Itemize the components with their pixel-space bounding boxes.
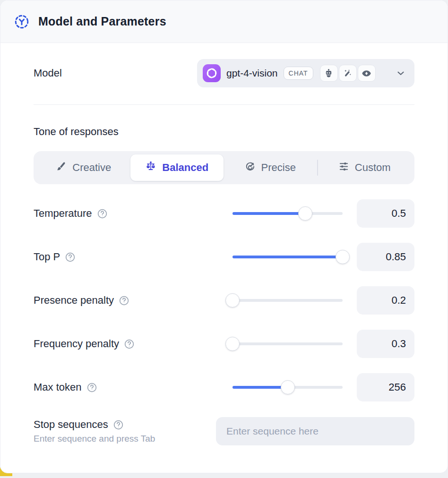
slider-thumb[interactable] <box>225 337 240 351</box>
sliders-icon <box>338 161 349 175</box>
slider-thumb[interactable] <box>298 206 312 221</box>
frequency-penalty-slider[interactable] <box>233 337 343 351</box>
tone-segmented-control: Creative Balanced <box>34 151 414 184</box>
tone-option-balanced[interactable]: Balanced <box>130 154 224 181</box>
tone-option-label: Custom <box>355 162 391 174</box>
balance-scale-icon <box>145 161 156 175</box>
parameter-row-top-p: Top P 0.85 <box>34 243 414 271</box>
stop-sequences-label: Stop sequences <box>34 418 216 431</box>
tone-option-creative[interactable]: Creative <box>37 154 130 181</box>
stop-sequences-row: Stop sequences Enter sequence and press … <box>34 417 414 445</box>
model-type-badge: CHAT <box>284 67 313 80</box>
section-divider <box>34 104 414 105</box>
top-p-slider[interactable] <box>233 250 343 264</box>
parameter-label: Presence penalty <box>34 294 233 307</box>
model-hub-icon <box>14 14 30 30</box>
help-icon[interactable] <box>124 339 135 350</box>
tone-option-label: Creative <box>72 162 111 174</box>
top-p-value: 0.85 <box>357 243 414 271</box>
model-parameters-panel: Model and Parameters Model <box>0 0 448 473</box>
max-token-slider[interactable] <box>233 380 343 394</box>
model-select-dropdown[interactable]: gpt-4-vision CHAT <box>197 59 414 87</box>
temperature-value: 0.5 <box>357 199 414 228</box>
temperature-slider[interactable] <box>233 206 343 221</box>
presence-penalty-slider[interactable] <box>233 293 343 307</box>
panel-header: Model and Parameters <box>0 0 448 43</box>
max-token-value: 256 <box>357 373 414 401</box>
vision-icon <box>358 65 376 82</box>
selected-model-name: gpt-4-vision <box>226 68 278 79</box>
chevron-down-icon <box>396 68 406 78</box>
slider-thumb[interactable] <box>336 250 350 264</box>
robot-icon <box>320 65 338 82</box>
openai-logo-icon <box>203 64 221 82</box>
paintbrush-icon <box>56 161 67 175</box>
parameter-label: Temperature <box>34 207 233 220</box>
help-icon[interactable] <box>97 208 108 219</box>
parameter-label: Frequency penalty <box>34 338 233 350</box>
parameter-row-presence-penalty: Presence penalty 0.2 <box>34 286 414 315</box>
help-icon[interactable] <box>119 295 129 306</box>
frequency-penalty-value: 0.3 <box>357 330 414 358</box>
parameter-label: Top P <box>34 251 233 263</box>
help-icon[interactable] <box>113 419 124 430</box>
help-icon[interactable] <box>65 252 76 263</box>
model-row: Model gpt-4-vision CH <box>34 59 414 87</box>
parameter-row-temperature: Temperature 0.5 <box>34 199 414 228</box>
stop-sequence-input[interactable] <box>216 417 414 445</box>
tone-option-precise[interactable]: Precise <box>224 154 317 181</box>
parameter-row-max-token: Max token 256 <box>34 373 414 401</box>
magic-wand-icon <box>339 65 357 82</box>
tone-option-label: Precise <box>261 162 296 174</box>
stop-sequences-hint: Enter sequence and press Tab <box>34 434 216 444</box>
presence-penalty-value: 0.2 <box>357 286 414 315</box>
target-icon <box>245 161 256 175</box>
parameter-label: Max token <box>34 381 233 393</box>
model-label: Model <box>34 67 62 79</box>
page-title: Model and Parameters <box>38 15 166 28</box>
capability-badges <box>320 65 376 82</box>
slider-thumb[interactable] <box>281 380 295 394</box>
tone-option-label: Balanced <box>162 162 208 174</box>
slider-thumb[interactable] <box>225 293 240 307</box>
parameter-row-frequency-penalty: Frequency penalty 0.3 <box>34 330 414 358</box>
tone-heading: Tone of responses <box>34 126 414 138</box>
tone-option-custom[interactable]: Custom <box>318 154 412 181</box>
help-icon[interactable] <box>86 382 97 393</box>
